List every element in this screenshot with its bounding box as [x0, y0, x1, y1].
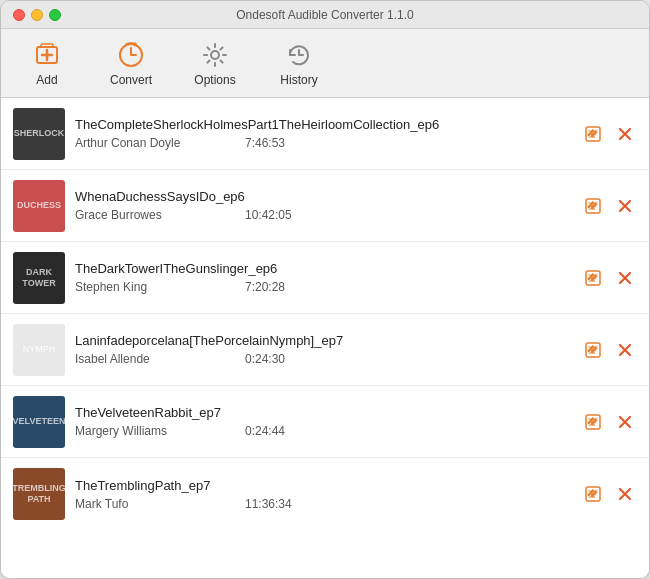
history-label: History — [280, 73, 317, 87]
book-actions — [581, 266, 637, 290]
book-duration: 0:24:30 — [245, 352, 285, 366]
edit-button[interactable] — [581, 122, 605, 146]
edit-button[interactable] — [581, 194, 605, 218]
book-duration: 0:24:44 — [245, 424, 285, 438]
delete-button[interactable] — [613, 482, 637, 506]
edit-button[interactable] — [581, 410, 605, 434]
title-bar: Ondesoft Audible Converter 1.1.0 — [1, 1, 649, 29]
book-actions — [581, 410, 637, 434]
book-title: TheDarkTowerITheGunslinger_ep6 — [75, 261, 571, 276]
options-button[interactable]: Options — [185, 35, 245, 91]
svg-point-4 — [211, 51, 219, 59]
book-cover: SHERLOCK — [13, 108, 65, 160]
delete-button[interactable] — [613, 410, 637, 434]
delete-button[interactable] — [613, 338, 637, 362]
book-title: Laninfadeporcelana[ThePorcelainNymph]_ep… — [75, 333, 571, 348]
book-row: SHERLOCK TheCompleteSherlockHolmesPart1T… — [1, 98, 649, 170]
convert-label: Convert — [110, 73, 152, 87]
book-duration: 7:46:53 — [245, 136, 285, 150]
minimize-button[interactable] — [31, 9, 43, 21]
toolbar: Add Convert Options — [1, 29, 649, 98]
book-duration: 7:20:28 — [245, 280, 285, 294]
book-title: TheVelveteenRabbit_ep7 — [75, 405, 571, 420]
book-info: TheDarkTowerITheGunslinger_ep6 Stephen K… — [75, 261, 571, 294]
convert-icon — [115, 39, 147, 71]
book-row: VELVETEEN TheVelveteenRabbit_ep7 Margery… — [1, 386, 649, 458]
add-icon — [31, 39, 63, 71]
options-icon — [199, 39, 231, 71]
delete-button[interactable] — [613, 266, 637, 290]
book-cover: DUCHESS — [13, 180, 65, 232]
history-button[interactable]: History — [269, 35, 329, 91]
book-info: TheTremblingPath_ep7 Mark Tufo 11:36:34 — [75, 478, 571, 511]
options-label: Options — [194, 73, 235, 87]
book-author: Mark Tufo — [75, 497, 205, 511]
edit-button[interactable] — [581, 338, 605, 362]
book-duration: 10:42:05 — [245, 208, 292, 222]
edit-button[interactable] — [581, 482, 605, 506]
traffic-lights — [13, 9, 61, 21]
book-duration: 11:36:34 — [245, 497, 292, 511]
book-row: DARK TOWER TheDarkTowerITheGunslinger_ep… — [1, 242, 649, 314]
delete-button[interactable] — [613, 122, 637, 146]
book-actions — [581, 338, 637, 362]
add-button[interactable]: Add — [17, 35, 77, 91]
book-author: Stephen King — [75, 280, 205, 294]
book-cover: DARK TOWER — [13, 252, 65, 304]
book-meta: Grace Burrowes 10:42:05 — [75, 208, 571, 222]
book-author: Arthur Conan Doyle — [75, 136, 205, 150]
book-cover: TREMBLING PATH — [13, 468, 65, 520]
book-actions — [581, 194, 637, 218]
book-cover: NYMPH — [13, 324, 65, 376]
book-author: Grace Burrowes — [75, 208, 205, 222]
book-title: TheCompleteSherlockHolmesPart1TheHeirloo… — [75, 117, 571, 132]
convert-button[interactable]: Convert — [101, 35, 161, 91]
book-author: Margery Williams — [75, 424, 205, 438]
book-list: SHERLOCK TheCompleteSherlockHolmesPart1T… — [1, 98, 649, 578]
maximize-button[interactable] — [49, 9, 61, 21]
book-info: TheVelveteenRabbit_ep7 Margery Williams … — [75, 405, 571, 438]
close-button[interactable] — [13, 9, 25, 21]
delete-button[interactable] — [613, 194, 637, 218]
book-actions — [581, 122, 637, 146]
book-row: TREMBLING PATH TheTremblingPath_ep7 Mark… — [1, 458, 649, 530]
book-title: TheTremblingPath_ep7 — [75, 478, 571, 493]
book-info: Laninfadeporcelana[ThePorcelainNymph]_ep… — [75, 333, 571, 366]
book-meta: Isabel Allende 0:24:30 — [75, 352, 571, 366]
add-label: Add — [36, 73, 57, 87]
edit-button[interactable] — [581, 266, 605, 290]
app-window: Ondesoft Audible Converter 1.1.0 Add — [0, 0, 650, 579]
book-cover: VELVETEEN — [13, 396, 65, 448]
book-author: Isabel Allende — [75, 352, 205, 366]
book-row: DUCHESS WhenaDuchessSaysIDo_ep6 Grace Bu… — [1, 170, 649, 242]
book-meta: Stephen King 7:20:28 — [75, 280, 571, 294]
book-actions — [581, 482, 637, 506]
book-row: NYMPH Laninfadeporcelana[ThePorcelainNym… — [1, 314, 649, 386]
book-title: WhenaDuchessSaysIDo_ep6 — [75, 189, 571, 204]
history-icon — [283, 39, 315, 71]
book-info: TheCompleteSherlockHolmesPart1TheHeirloo… — [75, 117, 571, 150]
book-meta: Mark Tufo 11:36:34 — [75, 497, 571, 511]
book-meta: Arthur Conan Doyle 7:46:53 — [75, 136, 571, 150]
book-meta: Margery Williams 0:24:44 — [75, 424, 571, 438]
window-title: Ondesoft Audible Converter 1.1.0 — [236, 8, 413, 22]
book-info: WhenaDuchessSaysIDo_ep6 Grace Burrowes 1… — [75, 189, 571, 222]
